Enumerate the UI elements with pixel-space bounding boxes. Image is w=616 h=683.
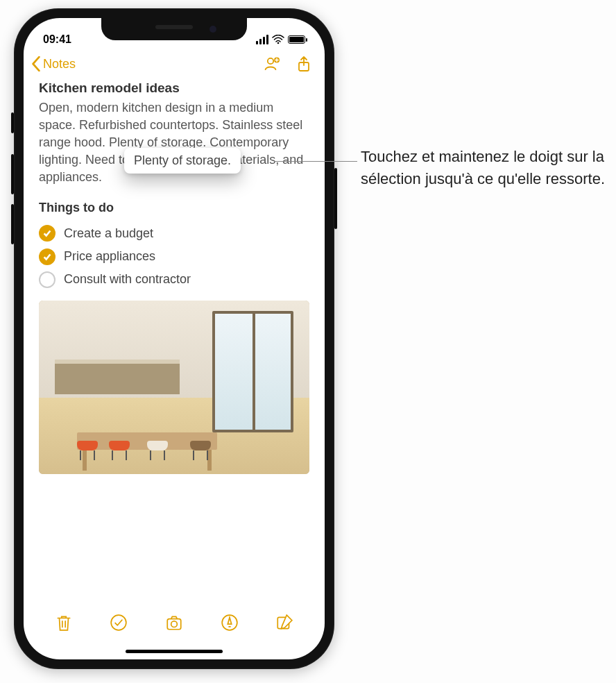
trash-icon[interactable] <box>55 614 73 632</box>
checklist-icon[interactable] <box>110 614 128 632</box>
svg-point-6 <box>171 621 178 627</box>
svg-rect-5 <box>167 619 181 630</box>
wifi-icon <box>272 35 284 44</box>
svg-point-1 <box>268 58 273 64</box>
power-button <box>334 168 337 229</box>
add-people-icon[interactable] <box>264 56 280 72</box>
iphone-frame: 09:41 Notes <box>14 8 334 669</box>
todo-item[interactable]: Consult with contractor <box>39 268 309 291</box>
mute-switch <box>11 112 14 133</box>
back-label: Notes <box>43 57 76 71</box>
share-icon[interactable] <box>296 56 312 72</box>
lifted-text: Plenty of storage. <box>134 153 231 167</box>
screen: 09:41 Notes <box>24 18 325 659</box>
note-title: Kitchen remodel ideas <box>39 79 309 98</box>
battery-icon <box>288 35 305 44</box>
cellular-icon <box>256 35 268 44</box>
todo-label: Consult with contractor <box>64 271 191 288</box>
callout-leader-line <box>274 161 357 162</box>
status-time: 09:41 <box>43 33 71 46</box>
back-button[interactable]: Notes <box>31 56 76 71</box>
svg-point-4 <box>112 615 127 630</box>
svg-point-0 <box>277 42 280 44</box>
navigation-bar: Notes <box>24 51 325 76</box>
camera-icon[interactable] <box>165 614 183 632</box>
compose-icon[interactable] <box>275 614 293 632</box>
todo-item[interactable]: Create a budget <box>39 222 309 245</box>
checkbox-checked-icon[interactable] <box>39 248 55 265</box>
todo-item[interactable]: Price appliances <box>39 245 309 268</box>
checkbox-checked-icon[interactable] <box>39 225 55 242</box>
todo-label: Create a budget <box>64 225 153 242</box>
volume-up-button <box>11 154 14 194</box>
notch <box>101 18 247 40</box>
todo-list: Create a budget Price appliances Consult… <box>39 222 309 292</box>
home-indicator[interactable] <box>126 650 223 653</box>
volume-down-button <box>11 204 14 244</box>
note-content[interactable]: Kitchen remodel ideas Open, modern kitch… <box>24 76 325 474</box>
lifted-selection[interactable]: Plenty of storage. <box>124 148 241 174</box>
chevron-left-icon <box>31 56 42 71</box>
section-title: Things to do <box>39 199 309 217</box>
checkbox-unchecked-icon[interactable] <box>39 271 55 288</box>
note-image[interactable] <box>39 301 309 474</box>
markup-icon[interactable] <box>221 614 239 632</box>
todo-label: Price appliances <box>64 248 155 265</box>
callout-text: Touchez et maintenez le doigt sur la sél… <box>361 146 607 190</box>
